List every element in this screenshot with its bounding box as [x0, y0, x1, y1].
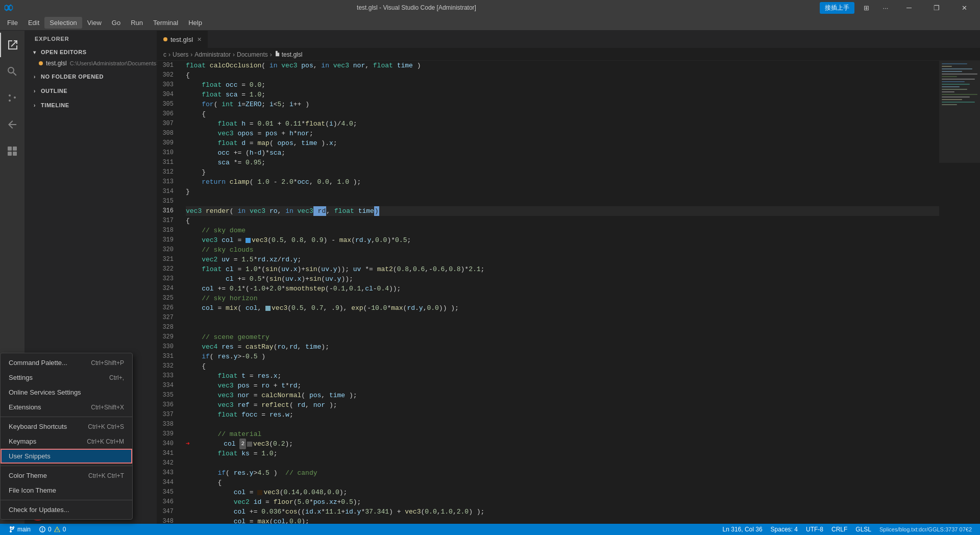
code-content[interactable]: float calcOcclusion( in vec3 pos, in vec… [184, 61, 939, 524]
open-editors-header[interactable]: ▾ Open Editors [24, 46, 157, 58]
line-num-323: 323 [157, 274, 180, 284]
menu-help[interactable]: Help [183, 17, 207, 29]
code-line-316: vec3 render( in vec3 ro, in vec3 rd, flo… [186, 206, 939, 216]
svg-rect-18 [942, 94, 977, 95]
breadcrumb-admin[interactable]: Administrator [194, 51, 231, 58]
no-folder-header[interactable]: › No Folder Opened [24, 70, 157, 83]
more-options[interactable]: ··· [878, 0, 893, 15]
ai-button[interactable]: 接插上手 [820, 2, 854, 14]
menu-online-services[interactable]: Online Services Settings [1, 385, 132, 400]
tab-test-glsl[interactable]: test.glsl ✕ [157, 31, 208, 48]
line-num-324: 324 [157, 284, 180, 294]
code-line-309: float d = map( opos, time ).x; [186, 138, 939, 148]
breadcrumb-c[interactable]: c [163, 51, 166, 58]
activity-extensions[interactable] [0, 139, 24, 163]
line-num-313: 313 [157, 177, 180, 187]
open-file-entry[interactable]: test.glsl C:\Users\Administrator\Documen… [24, 58, 157, 68]
user-snippets-label: User Snippets [9, 452, 51, 460]
status-line-col[interactable]: Ln 316, Col 36 [719, 526, 767, 533]
svg-rect-15 [942, 86, 960, 87]
line-num-347: 347 [157, 507, 180, 517]
settings-label: Settings [9, 374, 33, 381]
line-ending-text: CRLF [831, 526, 847, 533]
title-bar: test.glsl - Visual Studio Code [Administ… [0, 0, 980, 15]
status-info[interactable]: Splices/blog.txt:dcr/GGLS:3737 07€2 [875, 526, 976, 533]
breadcrumb-users[interactable]: Users [173, 51, 188, 58]
code-editor[interactable]: 301 302 303 304 305 306 307 308 309 310 … [157, 61, 980, 524]
color-theme-shortcut: Ctrl+K Ctrl+T [88, 472, 124, 479]
svg-rect-22 [942, 104, 957, 105]
menu-keyboard-shortcuts[interactable]: Keyboard Shortcuts Ctrl+K Ctrl+S [1, 419, 132, 434]
menu-settings[interactable]: Settings Ctrl+, [1, 370, 132, 385]
code-line-307: float h = 0.01 + 0.11*float(i)/4.0; [186, 119, 939, 129]
svg-rect-17 [942, 91, 954, 92]
timeline-header[interactable]: › Timeline [24, 99, 157, 111]
menu-divider-1 [1, 417, 132, 417]
maximize-button[interactable]: ❐ [925, 0, 948, 15]
breadcrumb-documents[interactable]: Documents [237, 51, 268, 58]
menu-go[interactable]: Go [107, 17, 126, 29]
line-num-325: 325 [157, 294, 180, 303]
line-num-348: 348 [157, 517, 180, 524]
activity-source-control[interactable] [0, 86, 24, 110]
chevron-down-icon: ▾ [31, 48, 39, 56]
line-num-331: 331 [157, 352, 180, 361]
svg-rect-12 [942, 79, 975, 80]
breadcrumb-file[interactable]: test.glsl [282, 51, 303, 58]
menu-view[interactable]: View [82, 17, 107, 29]
code-line-313: return clamp( 1.0 - 2.0*occ, 0.0, 1.0 ); [186, 177, 939, 187]
encoding-text: UTF-8 [806, 526, 823, 533]
tab-close-icon[interactable]: ✕ [197, 36, 202, 43]
code-line-311: sca *= 0.95; [186, 158, 939, 167]
status-errors[interactable]: 0 0 [35, 526, 70, 533]
activity-explorer[interactable] [0, 33, 24, 57]
menu-command-palette[interactable]: Command Palette... Ctrl+Shift+P [1, 355, 132, 370]
menu-user-snippets[interactable]: User Snippets [1, 449, 132, 464]
code-line-319: vec3 col = vec3(0.5, 0.8, 0.9) - max(rd.… [186, 235, 939, 245]
menu-terminal[interactable]: Terminal [148, 17, 183, 29]
svg-rect-20 [942, 99, 962, 100]
layout-toggle[interactable]: ⊞ [859, 0, 874, 15]
command-palette-label: Command Palette... [9, 359, 67, 367]
editor-area: test.glsl ✕ c › Users › Administrator › … [157, 31, 980, 524]
minimap[interactable] [939, 61, 980, 524]
menu-keymaps[interactable]: Keymaps Ctrl+K Ctrl+M [1, 434, 132, 449]
menu-file[interactable]: File [2, 17, 23, 29]
breadcrumb: c › Users › Administrator › Documents › … [157, 48, 980, 61]
line-num-319: 319 [157, 235, 180, 245]
code-line-340: ➜ col 2 vec3(0.2); [186, 439, 939, 449]
status-line-ending[interactable]: CRLF [827, 526, 851, 533]
sidebar: Explorer ▾ Open Editors test.glsl C:\Use… [24, 31, 157, 524]
chevron-right-icon2: › [31, 87, 39, 95]
line-col-text: Ln 316, Col 36 [723, 526, 763, 533]
line-num-340: 340 [157, 439, 180, 449]
activity-search[interactable] [0, 59, 24, 84]
svg-rect-11 [942, 76, 957, 77]
svg-rect-14 [942, 84, 970, 85]
menu-color-theme[interactable]: Color Theme Ctrl+K Ctrl+T [1, 468, 132, 483]
language-text: GLSL [855, 526, 871, 533]
status-language[interactable]: GLSL [851, 526, 875, 533]
timeline-label: Timeline [41, 102, 69, 108]
outline-header[interactable]: › Outline [24, 85, 157, 97]
menu-file-icon-theme[interactable]: File Icon Theme [1, 483, 132, 498]
status-spaces[interactable]: Spaces: 4 [767, 526, 802, 533]
menu-check-updates[interactable]: Check for Updates... [1, 502, 132, 517]
status-encoding[interactable]: UTF-8 [802, 526, 827, 533]
line-num-338: 338 [157, 420, 180, 429]
svg-rect-3 [13, 152, 17, 156]
code-line-310: occ += (h-d)*sca; [186, 148, 939, 158]
close-button[interactable]: ✕ [952, 0, 976, 15]
open-editors-section: ▾ Open Editors test.glsl C:\Users\Admini… [24, 45, 157, 69]
menu-run[interactable]: Run [126, 17, 148, 29]
activity-debug[interactable] [0, 112, 24, 137]
menu-edit[interactable]: Edit [23, 17, 44, 29]
code-line-344: { [186, 478, 939, 488]
code-line-306: { [186, 109, 939, 119]
status-branch[interactable]: main [4, 526, 35, 533]
minimize-button[interactable]: ─ [897, 0, 921, 15]
menu-selection[interactable]: Selection [44, 17, 82, 29]
menu-extensions[interactable]: Extensions Ctrl+Shift+X [1, 400, 132, 415]
extensions-label: Extensions [9, 403, 41, 411]
no-folder-label: No Folder Opened [41, 74, 104, 80]
